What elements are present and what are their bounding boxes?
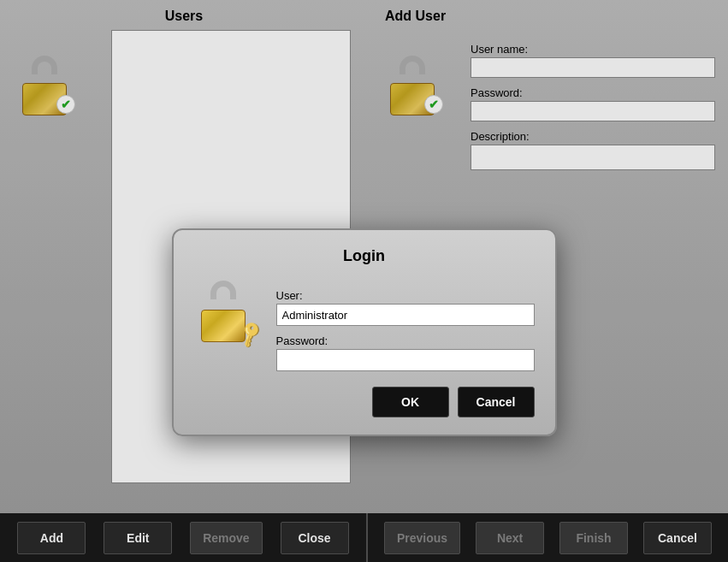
- modal-body: 🔑 User: Password:: [194, 281, 535, 371]
- login-password-label: Password:: [276, 334, 535, 347]
- modal-lock-body: [201, 310, 246, 342]
- lock-keys-icon: 🔑: [194, 281, 263, 349]
- login-password-input[interactable]: [276, 349, 535, 371]
- login-dialog: Login 🔑 User: Password: OK Cancel: [172, 228, 557, 436]
- login-user-label: User:: [276, 289, 535, 302]
- ok-button[interactable]: OK: [372, 387, 449, 417]
- cancel-modal-button[interactable]: Cancel: [458, 387, 535, 417]
- login-buttons: OK Cancel: [194, 387, 535, 417]
- modal-lock-shackle: [210, 281, 236, 299]
- login-title: Login: [194, 247, 535, 265]
- modal-overlay: Login 🔑 User: Password: OK Cancel: [0, 0, 728, 562]
- login-user-input[interactable]: [276, 304, 535, 326]
- login-fields: User: Password:: [276, 281, 535, 371]
